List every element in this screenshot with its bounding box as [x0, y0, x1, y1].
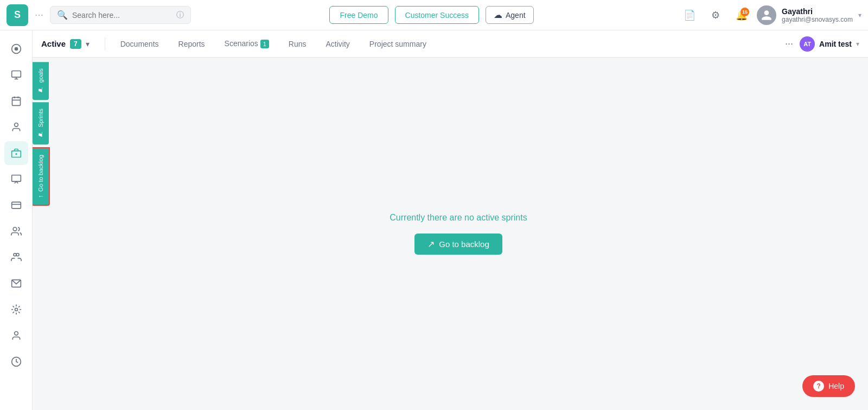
svg-rect-2	[11, 71, 21, 78]
navbar-icons: 📄 ⚙ 🔔 15	[681, 7, 750, 24]
sprint-area: Currently there are no active sprints ↗ …	[49, 58, 868, 410]
free-demo-button[interactable]: Free Demo	[329, 6, 388, 24]
sidebar-item-projects[interactable]	[4, 141, 28, 165]
user-name: Gayathri	[782, 7, 853, 16]
project-user[interactable]: AT Amit test ▾	[800, 36, 859, 52]
no-sprints-message: Currently there are no active sprints	[390, 213, 527, 223]
main-content: Active 7 ▾ Documents Reports Scenarios1 …	[33, 30, 868, 410]
customer-success-button[interactable]: Customer Success	[395, 6, 479, 24]
search-bar: 🔍 ⓘ	[50, 6, 191, 24]
sidebar-item-group[interactable]	[4, 245, 28, 269]
tab-scenarios[interactable]: Scenarios1	[216, 35, 278, 53]
active-count-badge: 7	[70, 39, 81, 49]
left-sidebar	[0, 30, 33, 410]
sprints-icon: ⚑	[37, 131, 44, 138]
page-body: ⚑ goals ⚑ Sprints ↑ Go to backlog Curren…	[33, 58, 868, 410]
vertical-tabs: ⚑ goals ⚑ Sprints ↑ Go to backlog	[33, 58, 49, 410]
sidebar-item-screen[interactable]	[4, 167, 28, 191]
svg-point-1	[14, 47, 18, 51]
sidebar-item-team[interactable]	[4, 219, 28, 243]
sidebar-item-mail[interactable]	[4, 272, 28, 295]
help-icon: ?	[813, 381, 824, 392]
active-dropdown-arrow[interactable]: ▾	[86, 40, 90, 48]
user-email: gayathri@snovasys.com	[782, 16, 853, 23]
tab-activity[interactable]: Activity	[317, 35, 359, 53]
vtab-sprints[interactable]: ⚑ Sprints	[33, 102, 49, 144]
tab-runs[interactable]: Runs	[280, 35, 315, 53]
active-tab-label: Active	[41, 39, 66, 48]
sidebar-item-time[interactable]	[4, 350, 28, 374]
svg-point-21	[14, 332, 18, 336]
svg-rect-14	[11, 202, 21, 209]
tab-divider	[105, 37, 105, 51]
project-user-name: Amit test	[819, 40, 852, 48]
app-logo[interactable]: S	[7, 4, 28, 26]
sidebar-item-contacts[interactable]	[4, 115, 28, 139]
go-to-backlog-button[interactable]: ↗ Go to backlog	[414, 234, 502, 255]
tab-project-summary[interactable]: Project summary	[361, 35, 435, 53]
search-input[interactable]	[72, 11, 172, 20]
svg-rect-13	[11, 175, 21, 182]
agent-icon: ☁	[494, 10, 502, 20]
expand-sidebar-icon[interactable]: ⋯	[33, 9, 46, 22]
svg-point-9	[14, 123, 18, 127]
navbar-center-actions: Free Demo Customer Success ☁ Agent	[191, 6, 672, 24]
sidebar-item-user-settings[interactable]	[4, 324, 28, 348]
sidebar-item-settings[interactable]	[4, 298, 28, 321]
goals-icon: ⚑	[37, 86, 44, 93]
avatar	[757, 5, 776, 25]
notification-icon[interactable]: 🔔 15	[733, 7, 750, 24]
sidebar-item-dashboard[interactable]	[4, 37, 28, 61]
tab-reports[interactable]: Reports	[170, 35, 214, 53]
info-icon[interactable]: ⓘ	[176, 10, 184, 20]
svg-point-20	[15, 308, 17, 311]
svg-point-18	[16, 254, 19, 256]
sidebar-item-card[interactable]	[4, 193, 28, 217]
project-user-chevron-icon: ▾	[856, 40, 859, 48]
user-profile[interactable]: Gayathri gayathri@snovasys.com ▾	[757, 5, 861, 25]
svg-point-16	[13, 228, 17, 231]
backlog-icon: ↑	[37, 194, 44, 198]
agent-button[interactable]: ☁ Agent	[486, 6, 534, 24]
tab-documents[interactable]: Documents	[112, 35, 168, 53]
search-icon: 🔍	[57, 10, 68, 20]
svg-rect-5	[12, 97, 20, 105]
user-chevron-icon: ▾	[858, 11, 861, 19]
sidebar-item-tv[interactable]	[4, 63, 28, 87]
settings-icon[interactable]: ⚙	[707, 7, 724, 24]
vtab-goals[interactable]: ⚑ goals	[33, 62, 49, 100]
notification-badge: 15	[741, 8, 749, 16]
help-button[interactable]: ? Help	[802, 375, 855, 397]
active-tab-section: Active 7 ▾	[41, 39, 90, 49]
scenarios-badge: 1	[260, 40, 269, 48]
sub-navbar: Active 7 ▾ Documents Reports Scenarios1 …	[33, 30, 868, 58]
go-to-backlog-link-icon: ↗	[427, 239, 435, 249]
vtab-go-to-backlog[interactable]: ↑ Go to backlog	[33, 147, 50, 206]
navbar: S ⋯ 🔍 ⓘ Free Demo Customer Success ☁ Age…	[0, 0, 868, 30]
document-icon[interactable]: 📄	[681, 7, 698, 24]
sidebar-item-calendar[interactable]	[4, 89, 28, 113]
user-details: Gayathri gayathri@snovasys.com	[782, 7, 853, 23]
more-options-icon[interactable]: ···	[785, 38, 793, 49]
project-user-avatar: AT	[800, 36, 815, 52]
